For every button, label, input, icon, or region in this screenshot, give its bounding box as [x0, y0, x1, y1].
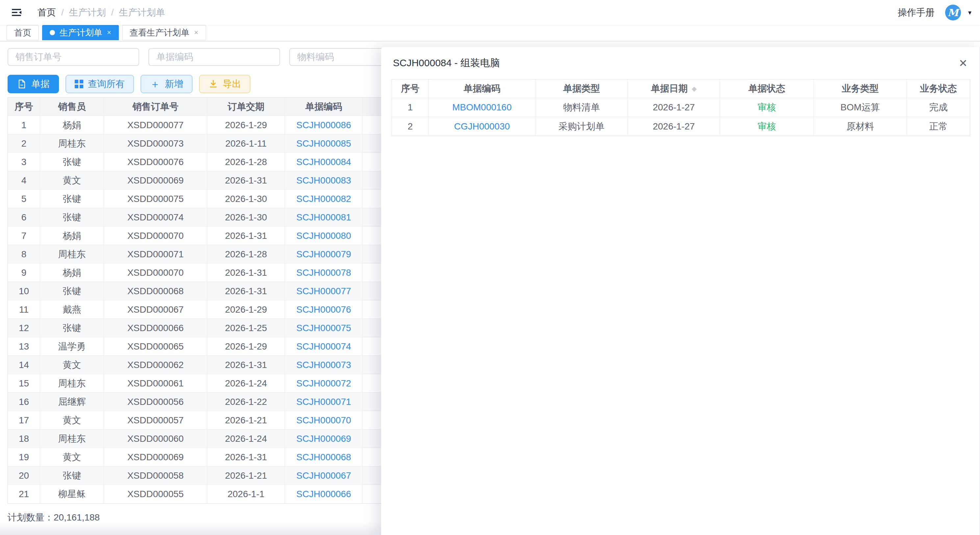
manual-link[interactable]: 操作手册: [898, 6, 935, 19]
doc-code-link[interactable]: SCJH000071: [285, 393, 363, 411]
doc-code-link[interactable]: SCJH000085: [285, 134, 363, 153]
cell: 周桂东: [40, 245, 104, 263]
cell: 2026-1-31: [207, 264, 285, 282]
table-row[interactable]: 19黄文XSDD0000692026-1-31SCJH000068: [8, 448, 392, 466]
filter-input-1[interactable]: [148, 48, 280, 66]
doc-code-link[interactable]: SCJH000079: [285, 245, 363, 263]
breadcrumb-production-plan[interactable]: 生产计划: [69, 6, 106, 19]
close-icon[interactable]: ✕: [959, 58, 967, 69]
cell: 柳星稣: [40, 485, 104, 503]
doc-code-link[interactable]: SCJH000068: [285, 448, 363, 466]
cell: XSDD000068: [104, 282, 207, 300]
tab-2[interactable]: 查看生产计划单×: [122, 25, 206, 40]
doc-code-link[interactable]: SCJH000076: [285, 300, 363, 319]
tab-close-icon[interactable]: ×: [107, 28, 111, 37]
export-button[interactable]: 导出: [199, 75, 250, 93]
menu-fold-icon[interactable]: [9, 5, 24, 20]
table-row[interactable]: 17黄文XSDD0000572026-1-21SCJH000070: [8, 411, 392, 430]
table-row[interactable]: 18周桂东XSDD0000602026-1-24SCJH000069: [8, 430, 392, 448]
doc-code-link[interactable]: SCJH000080: [285, 227, 363, 245]
doc-code-link[interactable]: SCJH000077: [285, 282, 363, 300]
table-row[interactable]: 16屈继辉XSDD0000562026-1-22SCJH000071: [8, 393, 392, 411]
document-button-label: 单据: [31, 78, 50, 90]
cell: XSDD000066: [104, 319, 207, 337]
cell: 1: [392, 98, 429, 117]
related-doc-link[interactable]: MBOM000160: [429, 98, 535, 117]
table-row[interactable]: 11戴燕XSDD0000672026-1-29SCJH000076: [8, 300, 392, 319]
drawer-column-header[interactable]: 单据类型: [535, 80, 628, 98]
download-icon: [208, 79, 218, 89]
table-row[interactable]: 1杨娟XSDD0000772026-1-29SCJH000086: [8, 116, 392, 134]
table-row[interactable]: 8周桂东XSDD0000712026-1-28SCJH000079: [8, 245, 392, 264]
cell: 杨娟: [40, 227, 104, 245]
cell: 15: [8, 374, 40, 392]
drawer-column-header[interactable]: 单据状态: [720, 80, 814, 98]
user-avatar[interactable]: M: [945, 5, 961, 21]
table-row[interactable]: 6张键XSDD0000742026-1-30SCJH000081: [8, 208, 392, 227]
table-row[interactable]: 3张键XSDD0000762026-1-28SCJH000084: [8, 153, 392, 171]
doc-code-link[interactable]: SCJH000083: [285, 171, 363, 189]
cell: 正常: [907, 117, 970, 136]
table-row[interactable]: 7杨娟XSDD0000702026-1-31SCJH000080: [8, 227, 392, 245]
drawer-column-header[interactable]: 业务状态: [907, 80, 970, 98]
related-doc-link[interactable]: CGJH000030: [429, 117, 535, 136]
doc-code-link[interactable]: SCJH000072: [285, 374, 363, 392]
drawer-column-header[interactable]: 单据日期◆: [628, 80, 720, 98]
doc-code-link[interactable]: SCJH000070: [285, 411, 363, 429]
cell: 2026-1-28: [207, 245, 285, 263]
table-row[interactable]: 20张键XSDD0000582026-1-21SCJH000067: [8, 466, 392, 485]
drawer-table-row[interactable]: 2CGJH000030采购计划单2026-1-27审核原材料正常: [392, 117, 970, 136]
table-row[interactable]: 9杨娟XSDD0000702026-1-31SCJH000078: [8, 264, 392, 282]
query-all-button[interactable]: 查询所有: [65, 75, 134, 93]
table-row[interactable]: 12张键XSDD0000662026-1-25SCJH000075: [8, 319, 392, 337]
doc-code-link[interactable]: SCJH000078: [285, 264, 363, 282]
table-row[interactable]: 14黄文XSDD0000622026-1-31SCJH000073: [8, 356, 392, 374]
column-header[interactable]: 销售订单号: [104, 97, 207, 116]
chevron-down-icon[interactable]: ▾: [968, 8, 972, 16]
doc-code-link[interactable]: SCJH000086: [285, 116, 363, 134]
table-row[interactable]: 13温学勇XSDD0000652026-1-29SCJH000074: [8, 337, 392, 356]
doc-code-link[interactable]: SCJH000082: [285, 190, 363, 208]
filter-input-0[interactable]: [8, 48, 139, 66]
tab-1[interactable]: 生产计划单×: [42, 25, 119, 40]
table-row[interactable]: 2周桂东XSDD0000732026-1-11SCJH000085: [8, 134, 392, 153]
cell: 采购计划单: [535, 117, 628, 136]
column-header[interactable]: 销售员: [40, 97, 104, 116]
sort-icon[interactable]: ◆: [692, 85, 697, 93]
cell: 2026-1-1: [207, 485, 285, 503]
doc-code-link[interactable]: SCJH000066: [285, 485, 363, 503]
production-plan-table: 序号销售员销售订单号订单交期单据编码 1杨娟XSDD0000772026-1-2…: [8, 97, 392, 504]
column-header[interactable]: 单据编码: [285, 97, 363, 116]
cell: XSDD000075: [104, 190, 207, 208]
summary: 计划数量：20,161,188: [8, 511, 100, 524]
table-row[interactable]: 5张键XSDD0000752026-1-30SCJH000082: [8, 190, 392, 208]
doc-code-link[interactable]: SCJH000067: [285, 466, 363, 485]
doc-code-link[interactable]: SCJH000075: [285, 319, 363, 337]
table-row[interactable]: 15周桂东XSDD0000612026-1-24SCJH000072: [8, 374, 392, 393]
doc-code-link[interactable]: SCJH000081: [285, 208, 363, 226]
document-button[interactable]: 单据: [8, 75, 59, 93]
drawer-column-header[interactable]: 序号: [392, 80, 429, 98]
doc-code-link[interactable]: SCJH000084: [285, 153, 363, 171]
drawer-column-header[interactable]: 单据编码: [429, 80, 535, 98]
breadcrumb-production-plan-order[interactable]: 生产计划单: [119, 6, 165, 19]
tab-0[interactable]: 首页: [6, 25, 39, 40]
tab-close-icon[interactable]: ×: [194, 28, 199, 37]
doc-code-link[interactable]: SCJH000069: [285, 430, 363, 448]
cell: XSDD000076: [104, 153, 207, 171]
drawer-table-row[interactable]: 1MBOM000160物料清单2026-1-27审核BOM运算完成: [392, 98, 970, 117]
add-button[interactable]: ＋ 新增: [140, 75, 192, 93]
table-row[interactable]: 21柳星稣XSDD0000552026-1-1SCJH000066: [8, 485, 392, 503]
doc-code-link[interactable]: SCJH000073: [285, 356, 363, 374]
column-header[interactable]: 序号: [8, 97, 40, 116]
table-row[interactable]: 10张键XSDD0000682026-1-31SCJH000077: [8, 282, 392, 300]
table-row[interactable]: 4黄文XSDD0000692026-1-31SCJH000083: [8, 171, 392, 190]
cell: 周桂东: [40, 374, 104, 392]
cell: 11: [8, 300, 40, 319]
drawer-column-header[interactable]: 业务类型: [814, 80, 907, 98]
breadcrumb-separator: /: [111, 7, 114, 18]
doc-code-link[interactable]: SCJH000074: [285, 337, 363, 355]
column-header[interactable]: 订单交期: [207, 97, 285, 116]
breadcrumb-home[interactable]: 首页: [38, 6, 56, 19]
export-label: 导出: [223, 78, 241, 90]
